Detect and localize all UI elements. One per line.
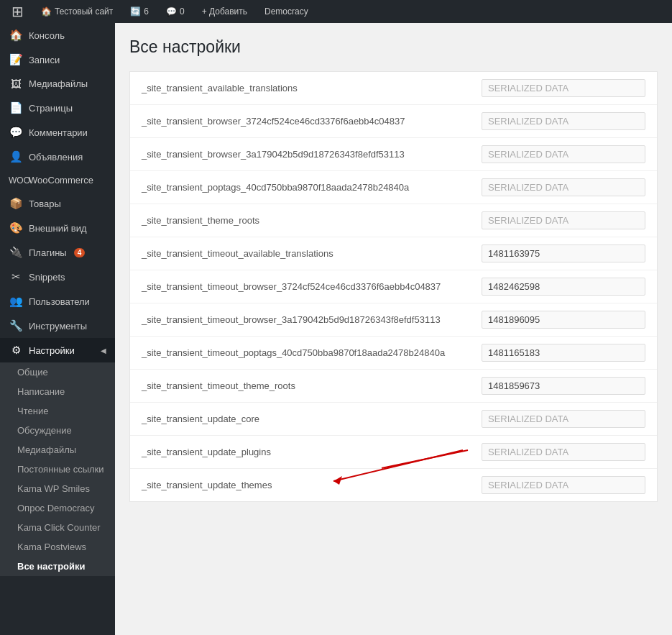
submenu-kama-smiles[interactable]: Kama WP Smiles <box>0 479 115 498</box>
setting-value-input[interactable] <box>482 112 645 130</box>
pages-icon: 📄 <box>9 101 23 114</box>
submenu-all-settings-label: Все настройки <box>17 561 86 572</box>
submenu-general-label: Общие <box>17 367 48 378</box>
appearance-icon: 🎨 <box>9 221 23 234</box>
updates-count: 6 <box>144 6 149 17</box>
sidebar-label-appearance: Внешний вид <box>29 223 87 234</box>
table-row: _site_transient_timeout_browser_3724cf52… <box>130 270 657 303</box>
submenu-permalinks[interactable]: Постоянные ссылки <box>0 460 115 479</box>
setting-value <box>470 436 657 468</box>
setting-value-input[interactable] <box>482 377 645 395</box>
comments-count: 0 <box>180 6 185 17</box>
submenu-permalinks-label: Постоянные ссылки <box>17 464 104 475</box>
console-icon: 🏠 <box>9 29 23 42</box>
sidebar-item-posts[interactable]: 📝 Записи <box>0 47 115 72</box>
table-row: _site_transient_update_plugins <box>130 436 657 469</box>
setting-value-input[interactable] <box>482 410 645 428</box>
setting-value-input[interactable] <box>482 145 645 163</box>
setting-value-input[interactable] <box>482 278 645 296</box>
submenu-discussion[interactable]: Обсуждение <box>0 421 115 440</box>
users-icon: 👥 <box>9 295 23 308</box>
admin-bar: ⊞ 🏠 Тестовый сайт 🔄 6 💬 0 + Добавить Dem… <box>0 0 672 23</box>
table-row: _site_transient_theme_roots <box>130 204 657 237</box>
add-new-button[interactable]: + Добавить <box>198 0 252 23</box>
plugin-name-button[interactable]: Democracy <box>260 0 313 23</box>
submenu-media[interactable]: Медиафайлы <box>0 440 115 460</box>
setting-name-text: _site_transient_update_plugins <box>142 447 271 457</box>
sidebar-item-media[interactable]: 🖼 Медиафайлы <box>0 72 115 96</box>
setting-value <box>470 303 657 336</box>
settings-icon: ⚙ <box>9 344 23 357</box>
comments-button[interactable]: 💬 0 <box>162 0 189 23</box>
submenu-kama-postviews-label: Kama Postviews <box>17 542 86 552</box>
sidebar-item-products[interactable]: 📦 Товары <box>0 191 115 216</box>
add-new-label: + Добавить <box>202 6 247 17</box>
sidebar-label-plugins: Плагины <box>29 247 67 258</box>
setting-name: _site_transient_update_plugins <box>130 439 470 465</box>
table-row: _site_transient_timeout_available_transl… <box>130 237 657 270</box>
sidebar-label-users: Пользователи <box>29 296 90 307</box>
setting-value <box>470 171 657 204</box>
settings-table: _site_transient_available_translations_s… <box>129 71 658 502</box>
sidebar-item-snippets[interactable]: ✂ Snippets <box>0 265 115 289</box>
updates-button[interactable]: 🔄 6 <box>126 0 153 23</box>
table-row: _site_transient_timeout_theme_roots <box>130 370 657 403</box>
snippets-icon: ✂ <box>9 270 23 283</box>
sidebar-item-comments[interactable]: 💬 Комментарии <box>0 120 115 145</box>
setting-value <box>470 270 657 303</box>
wp-logo-icon: ⊞ <box>11 3 24 20</box>
submenu-kama-click-label: Kama Click Counter <box>17 522 101 533</box>
sidebar-label-settings: Настройки <box>29 345 75 356</box>
setting-name: _site_transient_update_core <box>130 406 470 431</box>
setting-value-input[interactable] <box>482 178 645 196</box>
setting-value <box>470 138 657 170</box>
site-name-button[interactable]: 🏠 Тестовый сайт <box>37 0 117 23</box>
sidebar-item-settings[interactable]: ⚙ Настройки ◀ <box>0 338 115 362</box>
sidebar-item-users[interactable]: 👥 Пользователи <box>0 289 115 314</box>
setting-value <box>470 72 657 104</box>
setting-value-input[interactable] <box>482 211 645 229</box>
submenu-all-settings[interactable]: Все настройки <box>0 557 115 576</box>
table-row: _site_transient_browser_3a179042b5d9d187… <box>130 138 657 171</box>
woo-icon: WOO <box>9 175 23 186</box>
home-icon: 🏠 <box>41 6 52 17</box>
setting-value-input[interactable] <box>482 476 645 494</box>
sidebar-label-products: Товары <box>29 198 61 209</box>
submenu-kama-smiles-label: Kama WP Smiles <box>17 483 90 494</box>
setting-value-input[interactable] <box>482 79 645 97</box>
sidebar-item-tools[interactable]: 🔧 Инструменты <box>0 314 115 338</box>
sidebar-label-pages: Страницы <box>29 103 73 114</box>
setting-value-input[interactable] <box>482 245 645 262</box>
wp-logo-button[interactable]: ⊞ <box>7 0 28 23</box>
setting-value-input[interactable] <box>482 443 645 461</box>
table-row: _site_transient_update_themes <box>130 469 657 501</box>
submenu-kama-click[interactable]: Kama Click Counter <box>0 518 115 537</box>
table-row: _site_transient_timeout_poptags_40cd750b… <box>130 337 657 370</box>
sidebar-item-console[interactable]: 🏠 Консоль <box>0 23 115 47</box>
setting-value <box>470 204 657 237</box>
posts-icon: 📝 <box>9 53 23 66</box>
setting-value-input[interactable] <box>482 344 645 362</box>
settings-rows-container: _site_transient_available_translations_s… <box>130 72 657 501</box>
products-icon: 📦 <box>9 197 23 210</box>
setting-name: _site_transient_timeout_available_transl… <box>130 241 470 266</box>
submenu-general[interactable]: Общие <box>0 362 115 382</box>
sidebar: 🏠 Консоль 📝 Записи 🖼 Медиафайлы 📄 Страни… <box>0 23 115 635</box>
submenu-writing-label: Написание <box>17 386 65 397</box>
submenu-reading[interactable]: Чтение <box>0 401 115 421</box>
content-area: Все настройки _site_transient_available_… <box>115 23 672 635</box>
media-icon: 🖼 <box>9 78 23 90</box>
setting-value <box>470 237 657 270</box>
sidebar-label-tools: Инструменты <box>29 321 87 332</box>
sidebar-label-comments: Комментарии <box>29 127 88 138</box>
sidebar-item-appearance[interactable]: 🎨 Внешний вид <box>0 216 115 240</box>
sidebar-item-pages[interactable]: 📄 Страницы <box>0 96 115 120</box>
submenu-kama-postviews[interactable]: Kama Postviews <box>0 537 115 557</box>
setting-value-input[interactable] <box>482 311 645 329</box>
sidebar-item-ads[interactable]: 👤 Объявления <box>0 145 115 169</box>
sidebar-item-plugins[interactable]: 🔌 Плагины 4 <box>0 240 115 265</box>
submenu-writing[interactable]: Написание <box>0 382 115 401</box>
sidebar-item-woocommerce[interactable]: WOO WooCommerce <box>0 169 115 191</box>
submenu-democracy[interactable]: Опрос Democracy <box>0 498 115 518</box>
setting-value <box>470 469 657 501</box>
